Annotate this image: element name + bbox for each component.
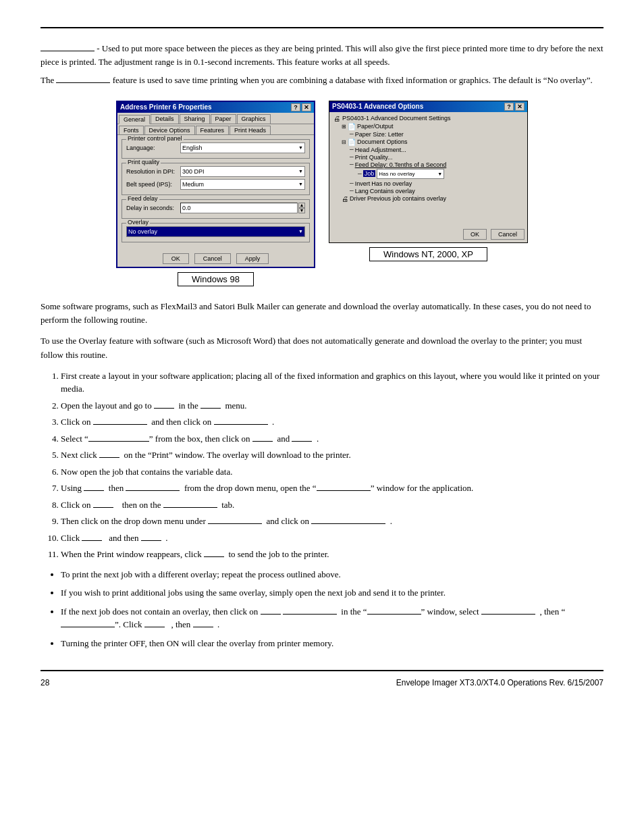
winnt-container: PS0403-1 Advanced Options ? ✕ 🖨 PS0403-1… bbox=[329, 101, 528, 286]
winnt-title: PS0403-1 Advanced Options bbox=[332, 103, 423, 110]
step-1: First create a layout in your software a… bbox=[61, 369, 603, 396]
blank1 bbox=[41, 51, 95, 51]
step-3: Click on and then click on . bbox=[61, 415, 603, 429]
group-feed-delay: Feed delay Delay in seconds: 0.0 ▲ ▼ bbox=[122, 199, 310, 219]
overlay-selected: Job bbox=[363, 170, 376, 177]
win98-tabs: General Details Sharing Paper Graphics bbox=[117, 113, 314, 124]
win98-close-button[interactable]: ✕ bbox=[302, 103, 311, 111]
language-row: Language: English ▼ bbox=[126, 142, 305, 153]
numbered-list: First create a layout in your software a… bbox=[61, 369, 603, 561]
screenshots-row: Address Printer 6 Properties ? ✕ General… bbox=[81, 101, 563, 286]
tree-driver: 🖨 Driver Previous job contains overlay bbox=[342, 195, 523, 203]
step-4: Select “” from the box, then click on an… bbox=[61, 432, 603, 446]
bullet-list: To print the next job with a different o… bbox=[61, 568, 603, 650]
tree-paper-output: ⊞ 📄 Paper/Output bbox=[342, 123, 523, 130]
page-number: 28 bbox=[41, 678, 49, 687]
resolution-arrow: ▼ bbox=[298, 169, 303, 174]
intro-para1: - Used to put more space between the pie… bbox=[41, 42, 603, 68]
delay-label: Delay in seconds: bbox=[126, 205, 180, 211]
resolution-select[interactable]: 300 DPI ▼ bbox=[180, 166, 305, 177]
win98-cancel-button[interactable]: Cancel bbox=[194, 253, 231, 264]
body-para1: Some software programs, such as FlexMail… bbox=[41, 300, 603, 328]
tab-general[interactable]: General bbox=[119, 115, 150, 124]
group-delay-label: Feed delay bbox=[126, 195, 159, 202]
blank2 bbox=[56, 82, 110, 83]
resolution-label: Resolution in DPI: bbox=[126, 168, 180, 175]
expand-icon: ⊞ bbox=[342, 124, 346, 130]
tab-print-heads[interactable]: Print Heads bbox=[230, 126, 271, 134]
win98-container: Address Printer 6 Properties ? ✕ General… bbox=[116, 101, 315, 286]
winnt-spacer bbox=[329, 206, 527, 226]
overlay-dropdown[interactable]: Has no overlay ▼ bbox=[377, 169, 444, 179]
resolution-row: Resolution in DPI: 300 DPI ▼ bbox=[126, 166, 305, 177]
winnt-titlebar-buttons: ? ✕ bbox=[504, 103, 525, 111]
win98-dialog: Address Printer 6 Properties ? ✕ General… bbox=[116, 101, 315, 268]
winnt-titlebar: PS0403-1 Advanced Options ? ✕ bbox=[329, 101, 527, 112]
tree-invert: ─ Invert Has no overlay bbox=[350, 180, 523, 187]
tab-features[interactable]: Features bbox=[196, 126, 230, 134]
bullet-2: If you wish to print additional jobs usi… bbox=[61, 586, 603, 600]
overlay-select[interactable]: No overlay ▼ bbox=[126, 226, 305, 237]
winnt-cancel-button[interactable]: Cancel bbox=[491, 229, 525, 240]
winnt-tree: 🖨 PS0403-1 Advanced Document Settings ⊞ … bbox=[329, 112, 527, 206]
folder2-icon: 📄 bbox=[348, 138, 356, 146]
win98-footer: OK Cancel Apply bbox=[117, 251, 314, 267]
win98-help-button[interactable]: ? bbox=[291, 103, 300, 111]
tab-details[interactable]: Details bbox=[151, 114, 179, 124]
language-label: Language: bbox=[126, 145, 180, 151]
tree-overlay-row: ─ Job Has no overlay ▼ bbox=[358, 169, 523, 179]
overlay-arrow: ▼ bbox=[298, 229, 303, 234]
intro-para2: The feature is used to save time printin… bbox=[41, 74, 603, 87]
step-2: Open the layout and go to in the menu. bbox=[61, 399, 603, 413]
win98-title: Address Printer 6 Properties bbox=[120, 103, 212, 111]
group-overlay-label: Overlay bbox=[126, 219, 150, 226]
folder-icon: 📄 bbox=[348, 123, 356, 130]
winnt-footer: OK Cancel bbox=[329, 226, 527, 242]
winnt-ok-button[interactable]: OK bbox=[463, 229, 487, 240]
step-11: When the Print window reappears, click t… bbox=[61, 548, 603, 561]
tree-feed-delay: ─ Feed Delay: 0.Tenths of a Second bbox=[350, 161, 523, 168]
belt-select[interactable]: Medium ▼ bbox=[180, 179, 305, 190]
win98-ok-button[interactable]: OK bbox=[163, 253, 189, 264]
bullet-4: Turning the printer OFF, then ON will cl… bbox=[61, 637, 603, 650]
win98-titlebar-buttons: ? ✕ bbox=[291, 103, 311, 111]
winnt-close-button[interactable]: ✕ bbox=[515, 103, 525, 111]
printer-icon: 🖨 bbox=[333, 115, 340, 122]
language-select[interactable]: English ▼ bbox=[180, 142, 305, 153]
group-quality-label: Print quality bbox=[126, 159, 161, 165]
footer: 28 Envelope Imager XT3.0/XT4.0 Operation… bbox=[41, 678, 603, 687]
win98-caption: Windows 98 bbox=[178, 272, 254, 286]
top-border bbox=[41, 27, 603, 28]
group-printer-label: Printer control panel bbox=[126, 135, 184, 142]
tree-paper-size: ─ Paper Size: Letter bbox=[350, 131, 523, 138]
intro-section: - Used to put more space between the pie… bbox=[41, 42, 603, 87]
tab-fonts[interactable]: Fonts bbox=[119, 126, 144, 134]
belt-row: Belt speed (IPS): Medium ▼ bbox=[126, 179, 305, 190]
body-para2: To use the Overlay feature with software… bbox=[41, 334, 603, 363]
delay-down-arrow[interactable]: ▼ bbox=[298, 208, 305, 213]
winnt-help-button[interactable]: ? bbox=[504, 103, 514, 111]
tab-sharing[interactable]: Sharing bbox=[180, 114, 210, 124]
language-arrow: ▼ bbox=[298, 145, 303, 150]
winnt-dialog: PS0403-1 Advanced Options ? ✕ 🖨 PS0403-1… bbox=[329, 101, 528, 243]
win98-apply-button[interactable]: Apply bbox=[236, 253, 269, 264]
belt-label: Belt speed (IPS): bbox=[126, 181, 180, 188]
group-printer-control: Printer control panel Language: English … bbox=[122, 139, 310, 159]
delay-row: Delay in seconds: 0.0 ▲ ▼ bbox=[126, 203, 305, 213]
overlay-row: No overlay ▼ bbox=[126, 226, 305, 237]
step-8: Click on then on the tab. bbox=[61, 498, 603, 512]
tree-doc-options: ⊟ 📄 Document Options bbox=[342, 138, 523, 146]
delay-up-arrow[interactable]: ▲ bbox=[298, 203, 305, 208]
group-overlay: Overlay No overlay ▼ bbox=[122, 223, 310, 242]
win98-tabs2: Fonts Device Options Features Print Head… bbox=[117, 124, 314, 135]
step-6: Now open the job that contains the varia… bbox=[61, 465, 603, 479]
dash-icon: ─ bbox=[350, 131, 354, 137]
tab-graphics[interactable]: Graphics bbox=[237, 114, 271, 124]
tab-device-options[interactable]: Device Options bbox=[144, 126, 195, 134]
win98-titlebar: Address Printer 6 Properties ? ✕ bbox=[117, 102, 314, 113]
bottom-border bbox=[41, 670, 603, 671]
delay-input[interactable]: 0.0 bbox=[180, 203, 298, 213]
expand-icon2: ⊟ bbox=[342, 139, 346, 145]
step-10: Click and then . bbox=[61, 531, 603, 545]
tab-paper[interactable]: Paper bbox=[211, 114, 236, 124]
